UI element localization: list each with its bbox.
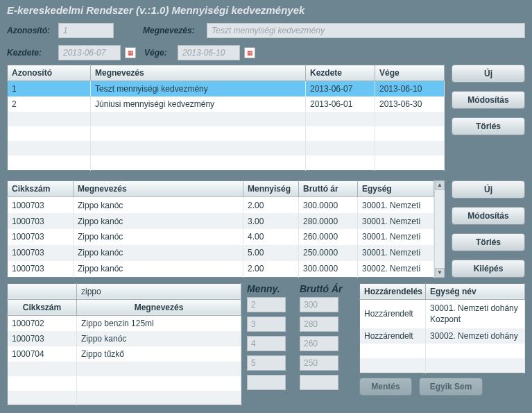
col-header[interactable]: Megnevezés	[77, 299, 241, 315]
scrollbar[interactable]: ▲ ▼	[434, 180, 445, 278]
table-row[interactable]: Hozzárendelt30001. Nemzeti dohány Kozpon…	[360, 299, 525, 328]
price-input[interactable]	[300, 355, 338, 371]
table-row[interactable]	[8, 391, 241, 405]
qty-input[interactable]	[247, 355, 286, 371]
table-row[interactable]: 1000703Zippo kanóc5.00250.000030001. Nem…	[8, 245, 434, 261]
table-row[interactable]	[8, 126, 445, 141]
col-header[interactable]: Mennyiség	[243, 180, 299, 197]
delete-button[interactable]: Törlés	[452, 117, 525, 135]
table-row[interactable]: 1000703Zippo kanóc2.00300.000030002. Nem…	[8, 261, 434, 277]
table-row[interactable]	[8, 141, 445, 155]
end-input[interactable]	[178, 45, 240, 60]
start-label: Kezdete:	[7, 48, 54, 58]
page-title: E-kereskedelmi Rendszer (v.:1.0) Mennyis…	[0, 0, 532, 23]
scroll-down-icon[interactable]: ▼	[435, 268, 445, 278]
start-input[interactable]	[58, 45, 121, 60]
search-grid[interactable]: zippo CikkszámMegnevezés 1000702Zippo be…	[7, 283, 241, 406]
table-row[interactable]	[8, 376, 241, 391]
col-header[interactable]: Azonosító	[8, 65, 91, 81]
filter-cell[interactable]	[8, 283, 77, 299]
name-label: Megnevezés:	[143, 26, 203, 35]
col-header[interactable]: Vége	[375, 65, 445, 81]
id-label: Azonosító:	[7, 26, 54, 35]
qty-label: Menny.	[247, 283, 294, 294]
save-button: Mentés	[359, 378, 412, 396]
price-input[interactable]	[300, 336, 338, 351]
table-row[interactable]: 1000704Zippo tűzkő	[8, 346, 241, 362]
qty-input[interactable]	[247, 375, 286, 390]
table-row[interactable]	[360, 344, 525, 358]
items-grid[interactable]: Cikkszám Megnevezés Mennyiség Bruttó ár …	[7, 180, 434, 278]
id-input[interactable]	[58, 23, 114, 38]
scroll-up-icon[interactable]: ▲	[435, 180, 445, 190]
col-header[interactable]: Bruttó ár	[299, 180, 358, 197]
table-row[interactable]: Hozzárendelt30002. Nemzeti dohány	[360, 328, 525, 344]
edit-button[interactable]: Módosítás	[452, 207, 525, 225]
new-button[interactable]: Új	[452, 180, 525, 199]
table-row[interactable]	[8, 362, 241, 376]
qty-input[interactable]	[247, 317, 286, 332]
qty-input[interactable]	[247, 336, 286, 351]
new-button[interactable]: Új	[452, 65, 525, 83]
table-row[interactable]: 1Teszt mennyiségi kedvezmény2013-06-0720…	[8, 81, 445, 97]
table-row[interactable]: 1000703Zippo kanóc3.00280.000030001. Nem…	[8, 213, 434, 229]
price-input[interactable]	[300, 317, 338, 332]
table-row[interactable]: 1000702Zippo benzin 125ml	[8, 315, 241, 331]
col-header[interactable]: Egység név	[426, 283, 525, 299]
table-row[interactable]: 1000703Zippo kanóc4.00260.000030001. Nem…	[8, 229, 434, 245]
table-row[interactable]	[8, 155, 445, 170]
col-header[interactable]: Kezdete	[306, 65, 375, 81]
discounts-grid[interactable]: Azonosító Megnevezés Kezdete Vége 1Teszt…	[7, 65, 445, 171]
edit-button[interactable]: Módosítás	[452, 91, 525, 109]
price-input[interactable]	[300, 375, 338, 390]
name-input[interactable]	[207, 23, 525, 38]
none-button: Egyik Sem	[419, 378, 483, 396]
end-label: Vége:	[144, 48, 173, 58]
price-input[interactable]	[300, 297, 338, 312]
table-row[interactable]: 1000703Zippo kanóc2.00300.000030001. Nem…	[8, 197, 434, 213]
price-label: Bruttó Ár	[300, 283, 354, 294]
calendar-icon[interactable]: ▦	[125, 47, 136, 58]
filter-value[interactable]: zippo	[81, 287, 101, 296]
calendar-icon[interactable]: ▦	[244, 47, 255, 58]
table-row[interactable]	[8, 112, 445, 126]
qty-input[interactable]	[247, 297, 286, 312]
col-header[interactable]: Cikkszám	[8, 299, 77, 315]
col-header[interactable]: Hozzárendelés	[360, 283, 426, 299]
delete-button[interactable]: Törlés	[452, 233, 525, 251]
col-header[interactable]: Megnevezés	[74, 180, 243, 197]
col-header[interactable]: Cikkszám	[8, 180, 74, 197]
assign-grid[interactable]: HozzárendelésEgység név Hozzárendelt3000…	[359, 283, 525, 373]
col-header[interactable]: Megnevezés	[91, 65, 306, 81]
table-row[interactable]	[360, 358, 525, 373]
table-row[interactable]: 1000703Zippo kanóc	[8, 331, 241, 346]
exit-button[interactable]: Kilépés	[452, 260, 525, 278]
col-header[interactable]: Egység	[358, 180, 434, 197]
table-row[interactable]: 2Júniusi mennyiségi kedvezmény2013-06-01…	[8, 96, 445, 112]
